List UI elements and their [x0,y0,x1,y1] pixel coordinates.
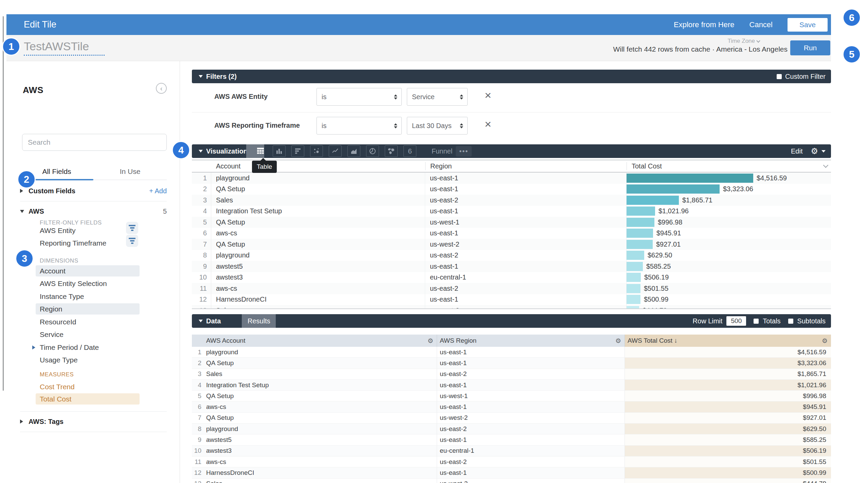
viz-type-toolbar: 6 Funnel ••• [254,144,472,158]
table-row: 7QA Setupus-west-2$927.01 [192,413,831,424]
filter-value-select[interactable]: Service [407,88,468,106]
line-chart-icon[interactable] [329,145,342,157]
aws-group-row[interactable]: AWS 5 [20,205,167,217]
field-instance-type[interactable]: Instance Type [40,291,84,302]
gear-icon[interactable]: ⚙ [428,337,433,345]
field-resourceid[interactable]: ResourceId [40,317,76,327]
field-aws-entity[interactable]: AWS Entity [40,226,75,236]
gear-icon[interactable]: ⚙ [822,337,828,345]
annotation-badge-1: 1 [2,37,20,56]
annotation-badge-3: 3 [15,249,34,268]
save-button[interactable]: Save [788,18,828,32]
filter-icon-button[interactable] [126,222,138,234]
filter-icon-button[interactable] [126,235,138,247]
visualization-section-header: Visualization [192,144,831,158]
remove-filter-button[interactable]: × [485,118,491,130]
window-edge-artifact [3,16,4,391]
bar-chart-icon[interactable] [291,145,304,157]
cost-bar [627,306,639,309]
table-row: 13Salesus-west-2$444.79 [192,479,831,483]
filter-field-label: AWS AWS Entity [214,93,268,101]
table-row: 7QA Setupus-west-2$927.01 [192,239,831,250]
viz-edit-button[interactable]: Edit [791,147,802,155]
table-row: 1playgroundus-east-1$4,516.59 [192,173,831,184]
field-aws-entity-selection[interactable]: AWS Entity Selection [40,279,107,289]
chevron-down-icon[interactable] [823,163,829,168]
annotation-badge-4: 4 [172,141,190,159]
field-reporting-timeframe[interactable]: Reporting Timeframe [40,238,106,248]
field-cost-trend[interactable]: Cost Trend [40,382,75,392]
window-title: Edit Tile [24,19,56,30]
field-total-cost[interactable]: Total Cost [40,394,71,404]
add-custom-field-button[interactable]: + Add [149,187,167,195]
viz-settings-gear-icon[interactable]: ⚙ [811,146,818,156]
field-usage-type[interactable]: Usage Type [40,355,78,365]
data-table-header: AWS Account⚙ AWS Region⚙ AWS Total Cost … [192,335,831,347]
expand-arrow-icon [20,189,23,193]
pie-chart-icon[interactable] [366,145,379,157]
collapse-sidebar-button[interactable]: ‹ [156,83,167,94]
chevron-down-icon[interactable] [821,150,826,153]
table-row: 8playgroundus-east-2$629.50 [192,250,831,261]
field-account[interactable]: Account [40,266,66,276]
custom-fields-label: Custom Fields [29,187,75,195]
field-service[interactable]: Service [40,329,64,340]
filters-section-toggle[interactable]: Filters (2) [199,73,237,80]
data-col-aws-total-cost[interactable]: AWS Total Cost ↓⚙ [625,335,831,347]
cost-bar [627,284,640,293]
more-viz-types-button[interactable]: ••• [456,146,472,157]
table-row: 11aws-csus-east-2$501.55 [192,457,831,467]
tile-name-input[interactable]: TestAWSTile [24,40,89,53]
screenshot-canvas: Edit Tile Explore from Here Cancel Save … [0,0,868,483]
cost-bar [627,218,654,227]
tab-results[interactable]: Results [242,314,276,328]
single-value-icon[interactable]: 6 [403,145,416,157]
filter-operator-select[interactable]: is [317,117,402,135]
map-icon[interactable] [385,145,398,157]
custom-fields-row[interactable]: Custom Fields + Add [20,185,167,197]
custom-filter-checkbox[interactable] [777,74,782,79]
filter-row: AWS Reporting Timeframe is Last 30 Days … [192,112,831,140]
remove-filter-button[interactable]: × [485,89,491,101]
cancel-button[interactable]: Cancel [749,20,773,29]
gear-icon[interactable]: ⚙ [615,337,621,345]
fetch-status-text: Will fetch 442 rows from cache · America… [613,45,788,53]
tile-name-underline [24,55,105,56]
explore-main-area: Filters (2) Custom Filter AWS AWS Entity… [192,61,831,483]
tab-in-use[interactable]: In Use [93,163,167,180]
cost-bar [627,251,644,260]
field-picker-sidebar: AWS ‹ All Fields In Use Custom Fields + … [6,61,180,483]
viz-table: Account Region Total Cost 1playgroundus-… [192,160,831,309]
totals-checkbox[interactable] [754,319,759,324]
explore-from-here-link[interactable]: Explore from Here [674,20,735,29]
funnel-viz-button[interactable]: Funnel [432,147,452,155]
annotation-badge-2: 2 [17,170,36,189]
subtotals-checkbox[interactable] [788,319,793,324]
row-limit-input[interactable] [726,316,746,326]
viz-col-total-cost[interactable]: Total Cost [627,162,831,170]
expand-arrow-icon[interactable] [32,345,35,350]
data-section-toggle[interactable]: Data [199,317,221,325]
divider [20,432,167,432]
timezone-dropdown[interactable]: Time Zone [727,38,760,44]
filter-value-select[interactable]: Last 30 Days [407,117,468,135]
field-region[interactable]: Region [40,304,62,314]
viz-col-account[interactable]: Account [211,162,425,170]
aws-tags-group-row[interactable]: AWS: Tags [20,415,167,428]
run-button[interactable]: Run [790,40,830,55]
viz-col-region[interactable]: Region [425,162,627,170]
field-time-period-date[interactable]: Time Period / Date [40,342,99,353]
area-chart-icon[interactable] [347,145,360,157]
search-input[interactable] [22,134,167,151]
aws-group-label: AWS [29,208,44,215]
visualization-section-toggle[interactable]: Visualization [199,147,248,155]
cost-bar [627,207,655,216]
chevron-down-icon [756,39,760,42]
filter-icon [129,225,135,226]
data-col-aws-account[interactable]: AWS Account⚙ [203,335,437,347]
filter-operator-select[interactable]: is [317,88,402,106]
data-col-aws-region[interactable]: AWS Region⚙ [437,335,625,347]
column-chart-icon[interactable] [273,145,286,157]
scatter-chart-icon[interactable] [310,145,323,157]
table-icon[interactable] [254,145,267,157]
